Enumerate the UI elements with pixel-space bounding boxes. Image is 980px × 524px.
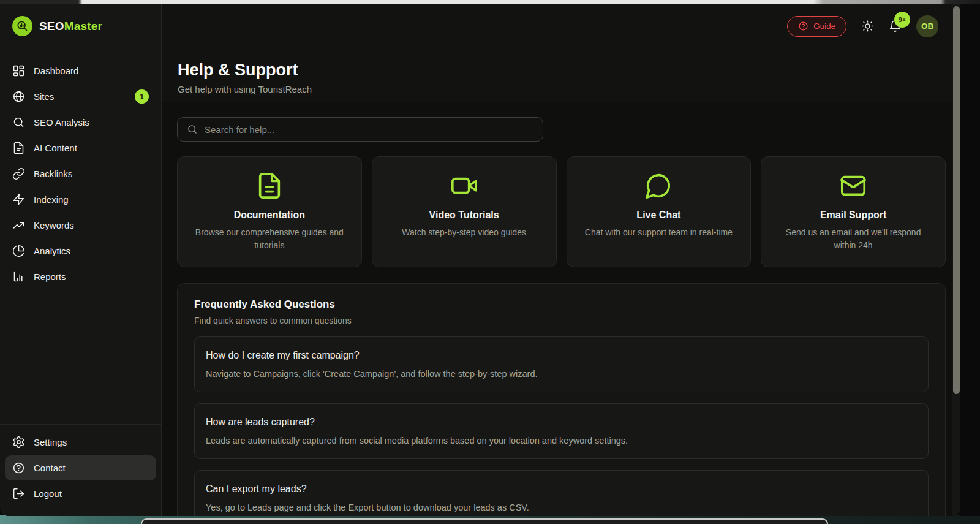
sidebar-item-ai-content[interactable]: AI Content: [5, 135, 156, 161]
scrollbar-thumb[interactable]: [953, 6, 960, 394]
trending-up-icon: [12, 219, 25, 232]
sidebar-nav: Dashboard Sites 1 SEO Analysis AI Conten…: [0, 48, 161, 294]
sites-count-badge: 1: [135, 89, 149, 104]
sidebar-item-analytics[interactable]: Analytics: [5, 238, 156, 264]
desktop-right-edge: [960, 0, 980, 516]
sidebar-item-label: Dashboard: [34, 66, 78, 76]
sidebar-item-indexing[interactable]: Indexing: [5, 187, 156, 212]
topbar: Guide 9+ OB: [162, 4, 960, 48]
help-circle-icon: [798, 21, 809, 31]
faq-subtitle: Find quick answers to common questions: [194, 316, 929, 325]
logout-icon: [12, 487, 25, 500]
card-live-chat[interactable]: Live Chat Chat with our support team in …: [567, 156, 752, 267]
help-circle-icon: [12, 461, 25, 474]
scrollbar-track[interactable]: [952, 4, 960, 516]
user-avatar[interactable]: OB: [916, 15, 938, 37]
sidebar-item-label: Backlinks: [34, 169, 72, 179]
sidebar-item-label: Settings: [34, 437, 67, 447]
sidebar-item-dashboard[interactable]: Dashboard: [5, 58, 156, 83]
sidebar-item-label: Contact: [34, 463, 66, 473]
sidebar-item-contact[interactable]: Contact: [5, 455, 156, 480]
sidebar-item-label: SEO Analysis: [34, 117, 89, 127]
sidebar-item-settings[interactable]: Settings: [5, 430, 156, 455]
sidebar-footer-nav: Settings Contact Logout: [0, 424, 161, 516]
sidebar-item-label: Indexing: [34, 194, 69, 205]
brand-logo[interactable]: SEOMaster: [0, 4, 161, 48]
sidebar-spacer: [0, 294, 161, 424]
theme-toggle-button[interactable]: [861, 20, 874, 32]
desktop-top-sliver: [0, 0, 980, 4]
notifications-button[interactable]: 9+: [889, 20, 902, 32]
help-search: [177, 117, 543, 142]
card-description: Chat with our support team in real-time: [578, 226, 740, 239]
card-title: Live Chat: [578, 210, 740, 221]
faq-answer: Navigate to Campaigns, click 'Create Cam…: [206, 369, 917, 379]
zap-icon: [12, 193, 25, 206]
faq-item[interactable]: How are leads captured? Leads are automa…: [194, 403, 929, 459]
sidebar-item-keywords[interactable]: Keywords: [5, 213, 156, 238]
bar-chart-icon: [12, 270, 25, 283]
desktop-dock-edge: [141, 518, 828, 524]
faq-item[interactable]: How do I create my first campaign? Navig…: [194, 336, 929, 392]
sidebar-item-label: Keywords: [34, 220, 74, 230]
guide-button[interactable]: Guide: [787, 16, 846, 37]
notification-count-badge: 9+: [894, 12, 910, 28]
card-description: Send us an email and we'll respond withi…: [772, 226, 934, 252]
video-icon: [383, 172, 545, 202]
mail-icon: [772, 172, 934, 202]
faq-item[interactable]: Can I export my leads? Yes, go to Leads …: [194, 470, 929, 516]
faq-question: How do I create my first campaign?: [206, 350, 917, 361]
sidebar-item-seo-analysis[interactable]: SEO Analysis: [5, 110, 156, 135]
page-content: Documentation Browse our comprehensive g…: [162, 102, 960, 516]
main-area: Guide 9+ OB Help & Support Get help with…: [162, 4, 960, 516]
card-video-tutorials[interactable]: Video Tutorials Watch step-by-step video…: [372, 156, 557, 267]
dashboard-icon: [12, 64, 25, 77]
sidebar-item-reports[interactable]: Reports: [5, 264, 156, 289]
card-description: Watch step-by-step video guides: [383, 226, 545, 239]
app-window: SEOMaster Dashboard Sites 1 SEO Analysis: [0, 4, 960, 516]
globe-icon: [12, 90, 25, 103]
sidebar-item-label: Reports: [34, 271, 66, 282]
brand-name: SEOMaster: [39, 20, 102, 33]
faq-answer: Leads are automatically captured from so…: [206, 436, 917, 446]
page-title: Help & Support: [178, 61, 944, 80]
document-icon: [189, 172, 350, 202]
sidebar-item-label: Analytics: [34, 246, 70, 256]
search-icon: [12, 116, 25, 129]
sidebar: SEOMaster Dashboard Sites 1 SEO Analysis: [0, 4, 162, 516]
sidebar-item-sites[interactable]: Sites 1: [5, 84, 156, 109]
screen: SEOMaster Dashboard Sites 1 SEO Analysis: [0, 0, 980, 524]
card-email-support[interactable]: Email Support Send us an email and we'll…: [761, 156, 946, 267]
sidebar-item-label: Sites: [34, 91, 54, 102]
sidebar-item-logout[interactable]: Logout: [5, 481, 156, 506]
support-cards: Documentation Browse our comprehensive g…: [177, 156, 946, 267]
card-title: Video Tutorials: [383, 210, 545, 221]
link-icon: [12, 167, 25, 180]
file-text-icon: [12, 142, 25, 154]
page-header: Help & Support Get help with using Touri…: [162, 48, 960, 102]
gear-icon: [12, 436, 25, 449]
page-subtitle: Get help with using TouristReach: [178, 84, 944, 94]
sidebar-item-backlinks[interactable]: Backlinks: [5, 161, 156, 186]
search-icon: [187, 124, 198, 135]
help-search-input[interactable]: [205, 124, 533, 135]
pie-chart-icon: [12, 245, 25, 257]
card-title: Documentation: [189, 210, 350, 221]
seo-magnifier-logo-icon: [12, 16, 32, 36]
faq-question: Can I export my leads?: [206, 484, 917, 495]
sun-icon: [861, 20, 874, 32]
faq-question: How are leads captured?: [206, 417, 917, 428]
faq-answer: Yes, go to Leads page and click the Expo…: [206, 503, 917, 512]
guide-button-label: Guide: [813, 21, 835, 31]
sidebar-item-label: Logout: [34, 488, 62, 499]
faq-section: Frequently Asked Questions Find quick an…: [177, 283, 946, 516]
card-title: Email Support: [772, 210, 934, 221]
chat-icon: [578, 172, 740, 202]
card-documentation[interactable]: Documentation Browse our comprehensive g…: [177, 156, 362, 267]
card-description: Browse our comprehensive guides and tuto…: [189, 226, 350, 252]
sidebar-item-label: AI Content: [34, 143, 77, 153]
faq-title: Frequently Asked Questions: [194, 298, 929, 311]
